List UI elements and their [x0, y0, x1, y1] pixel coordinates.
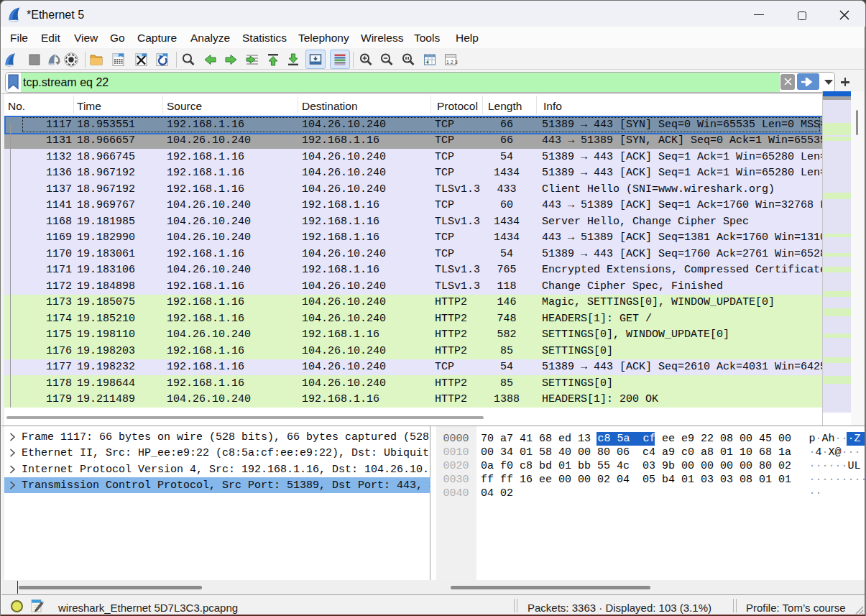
svg-text:1 2 3: 1 2 3	[446, 60, 458, 65]
